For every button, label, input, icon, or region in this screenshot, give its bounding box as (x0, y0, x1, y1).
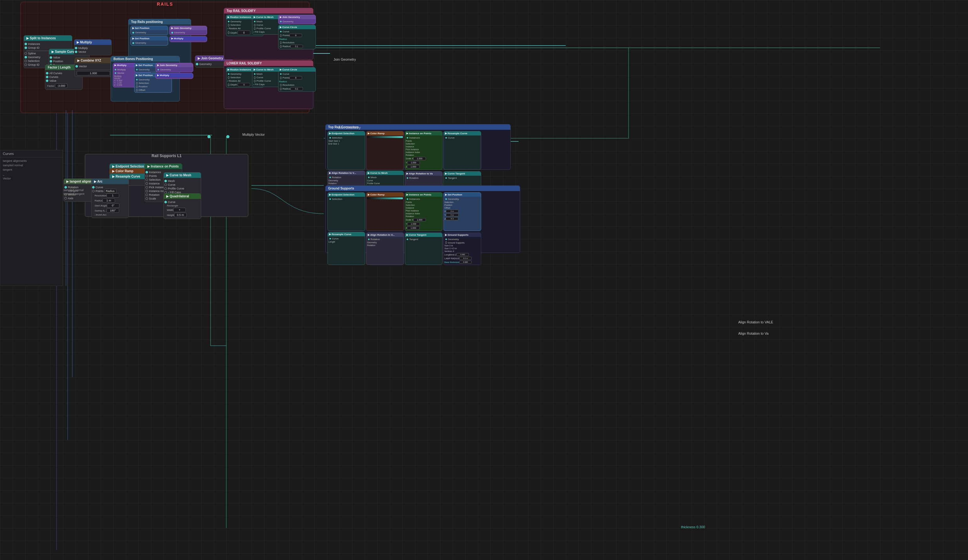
endpoint-selection-title: ▶ Endpoint Selection (112, 165, 144, 168)
split-to-instances-header: ▶ Split to Instances (24, 35, 72, 41)
tangent-alignments-item: tangent alignments (3, 159, 60, 163)
sample-curve-title: ▶ Sample Curve (51, 50, 76, 53)
bottom-bones-positioning-title: Bottom Bones Positioning (113, 57, 153, 61)
combine-xyz-node[interactable]: ▶ Combine XYZ Vector (75, 58, 112, 70)
lower-rail-solidify-node[interactable]: LOWER RAIL SOLIDIFY ▶ Realize Instances … (224, 60, 313, 109)
lower-rail-solidify-header: LOWER RAIL SOLIDIFY (224, 61, 313, 66)
arc-node[interactable]: ▶ Arc Curve Points Radius Resolution 1 R… (91, 179, 129, 218)
lower-rail-solidify-body: ▶ Realize Instances Geometry Selection ✓… (224, 66, 313, 94)
factor-length-title: Factor | Length (48, 66, 70, 69)
resample-curve-title: ▶ Resample Curve (112, 175, 140, 178)
sampled-normal-label: sampled normal (63, 189, 84, 192)
instance-on-points-rail-title: ▶ Instance on Points (148, 165, 179, 168)
join-geometry-2-label: Join Geometry (338, 126, 361, 129)
combine-xyz-header: ▶ Combine XYZ (75, 58, 112, 63)
curve-to-mesh-rail-header: ▶ Curve to Mesh (164, 172, 201, 178)
curves-panel-body: tangent alignments sampled normal tangen… (0, 157, 63, 182)
underscore-item: _ (3, 172, 60, 176)
arc-header: ▶ Arc (91, 179, 129, 184)
color-ramp-header: ▶ Color Ramp (110, 169, 147, 174)
align-rotation-vale-label: Align Rotation to VALE (738, 320, 773, 324)
rail-supports-label: Rail Supports L1 (151, 154, 181, 158)
multiply-top-node[interactable]: ▶ Multiply Multiply Vector (74, 39, 111, 55)
rails-label: RAILS (157, 2, 173, 7)
curve-to-mesh-rail-body: Mesh Curve Profile Curve ✓Fill Caps (164, 178, 201, 196)
thickness-label: thickness 0.300 (681, 525, 705, 529)
ground-supports-node[interactable]: Ground Supports ▶ Endpoint Selection Sel… (325, 186, 520, 253)
top-rail-solidify-body: ▶ Realize Instances Geometry Selection ✓… (224, 13, 313, 51)
top-rails-positioning-body: ▶ Set Position Geometry ▶ Set Position G… (129, 25, 191, 47)
tangent-item: tangent (3, 167, 60, 172)
arc-body: Curve Points Radius Resolution 1 Radius … (91, 184, 129, 218)
combine-xyz-body: Vector (75, 63, 112, 70)
sampled-tangent-label: sampled tangent (63, 192, 85, 196)
top-rail-solidify-title: Top RAIL SOLIDIFY (227, 9, 255, 13)
curve-to-mesh-rail-title: ▶ Curve to Mesh (166, 174, 191, 177)
split-to-instances-title: ▶ Split to Instances (27, 36, 56, 40)
bottom-bones-positioning-header: Bottom Bones Positioning (111, 56, 179, 61)
color-ramp-title: ▶ Color Ramp (112, 169, 133, 173)
curve-to-mesh-rail-node[interactable]: ▶ Curve to Mesh Mesh Curve Profile Curve… (163, 172, 201, 196)
align-rotation-va-label: Align Rotation to Va (738, 331, 768, 335)
connection-dot-1 (207, 135, 211, 138)
bottom-bones-positioning-node[interactable]: Bottom Bones Positioning ▶ Multiply Mult… (111, 56, 180, 101)
multiply-top-title: ▶ Multiply (77, 41, 92, 44)
quadrilateral-header: ▶ Quadrilateral (164, 194, 201, 199)
quadrilateral-title: ▶ Quadrilateral (166, 194, 189, 198)
top-rails-positioning-header: Top Rails positioning (129, 19, 191, 25)
connection-dot-2 (226, 135, 229, 138)
arc-title: ▶ Arc (94, 180, 103, 183)
sampled-normal-item: sampled normal (3, 163, 60, 167)
quadrilateral-body: Curve Rectangle Width + Height 0.5 m (164, 199, 201, 219)
combine-xyz-title: ▶ Combine XYZ (77, 59, 101, 62)
quadrilateral-node[interactable]: ▶ Quadrilateral Curve Rectangle Width + … (163, 193, 201, 219)
top-rail-solidify-header: Top RAIL SOLIDIFY (224, 8, 313, 13)
vector-item: Vector (3, 176, 60, 181)
top-rail-connectors-node[interactable]: Top Rail Connectors ▶ Endpoint Selection… (325, 124, 511, 170)
bottom-bones-body: ▶ Multiply Multiply Vector MultiplyVecto… (111, 61, 179, 94)
top-rail-solidify-node[interactable]: Top RAIL SOLIDIFY ▶ Realize Instances Ge… (224, 8, 313, 60)
join-geometry-top-label: Join Geometry (333, 58, 356, 61)
curves-panel: Curves tangent alignments sampled normal… (0, 150, 63, 286)
curves-panel-label: Curves (0, 150, 63, 157)
ground-supports-header: Ground Supports (326, 186, 520, 191)
instance-on-points-rail-header: ▶ Instance on Points (145, 164, 182, 169)
top-rails-positioning-title: Top Rails positioning (131, 20, 163, 23)
join-geometry-small-title: ▶ Join Geometry (198, 56, 223, 60)
lower-rail-solidify-title: LOWER RAIL SOLIDIFY (227, 61, 262, 65)
ground-supports-body: ▶ Endpoint Selection Selection ▶ Color R… (326, 191, 520, 266)
multiply-top-header: ▶ Multiply (74, 40, 111, 45)
multiply-vector-label: Multiply Vector (242, 133, 265, 136)
ground-supports-title: Ground Supports (328, 187, 354, 190)
multiply-top-body: Multiply Vector (74, 45, 111, 55)
railgap-body: 1.000 (75, 69, 112, 77)
